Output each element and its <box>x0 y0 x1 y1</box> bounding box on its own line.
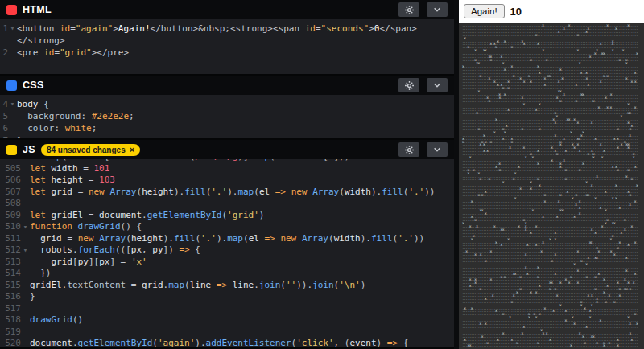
line-number: 516 <box>0 291 21 303</box>
line-number: 513 <box>0 257 21 269</box>
line-number: 505 <box>0 163 21 175</box>
css-panel-title: CSS <box>23 80 44 91</box>
code-text <box>30 303 454 315</box>
line-number: 508 <box>0 198 21 210</box>
line-number: 518 <box>0 314 21 326</box>
fold-gutter <box>8 110 17 122</box>
code-line[interactable]: 514 }) <box>0 268 454 280</box>
fold-arrow-icon[interactable]: ▾ <box>21 244 30 257</box>
preview-toolbar: Again! 10 <box>459 0 644 23</box>
line-number <box>0 35 8 47</box>
html-panel-title: HTML <box>23 4 52 15</box>
code-line[interactable]: 5 background: #2e2e2e; <box>0 110 454 122</box>
line-number: 2 <box>0 47 8 59</box>
js-settings-button[interactable] <box>398 142 419 157</box>
fold-arrow-icon[interactable]: ▾ <box>21 221 30 233</box>
fold-gutter <box>21 198 30 210</box>
unsaved-changes-badge[interactable]: 84 unsaved changes × <box>41 144 140 156</box>
close-icon[interactable]: × <box>130 146 134 154</box>
line-number: 509 <box>0 210 21 222</box>
js-collapse-button[interactable] <box>427 142 448 157</box>
js-panel: JS 84 unsaved changes × 504 .map(bot => … <box>0 140 454 349</box>
html-settings-button[interactable] <box>398 2 419 17</box>
code-line[interactable]: 508 <box>0 198 454 210</box>
code-text: grid = new Array(height).fill('.').map(e… <box>30 233 454 245</box>
code-text: grid[py][px] = 'x' <box>30 257 454 269</box>
code-text: } <box>30 291 454 303</box>
js-panel-header: JS 84 unsaved changes × <box>0 140 454 159</box>
line-number: 1 <box>0 23 8 35</box>
html-panel: HTML 1▾<button id="again">Again!</button… <box>0 0 454 76</box>
line-number: 512 <box>0 244 21 257</box>
line-number: 511 <box>0 233 21 245</box>
code-text: </strong> <box>17 35 454 47</box>
code-line[interactable]: 507let grid = new Array(height).fill('.'… <box>0 187 454 199</box>
again-button[interactable]: Again! <box>464 4 505 18</box>
fold-gutter <box>21 268 30 280</box>
code-line[interactable]: 509let gridEl = document.getElementById(… <box>0 210 454 222</box>
preview-grid: ........................................… <box>462 24 641 347</box>
html-icon <box>6 5 17 15</box>
fold-arrow-icon[interactable]: ▾ <box>8 98 17 110</box>
code-text: function drawGrid() { <box>30 221 454 233</box>
code-js[interactable]: 504 .map(bot => [...bot.matchAll(/-?\d+/… <box>0 159 454 347</box>
html-collapse-button[interactable] <box>427 2 448 17</box>
code-line[interactable]: 4▾body { <box>0 98 454 110</box>
codepen-editor: HTML 1▾<button id="again">Again!</button… <box>0 0 644 349</box>
fold-gutter <box>21 280 30 292</box>
code-line[interactable]: 520document.getElementById('again').addE… <box>0 338 454 347</box>
code-text <box>30 326 454 339</box>
code-line[interactable]: 511 grid = new Array(height).fill('.').m… <box>0 233 454 245</box>
code-text: gridEl.textContent = grid.map(line => li… <box>30 280 454 292</box>
js-icon <box>6 145 17 155</box>
code-line[interactable]: 6 color: white; <box>0 122 454 134</box>
code-html[interactable]: 1▾<button id="again">Again!</button>&nbs… <box>0 19 454 74</box>
css-collapse-button[interactable] <box>427 78 448 92</box>
code-line[interactable]: 512▾ robots.forEach(([px, py]) => { <box>0 244 454 257</box>
code-text <box>30 198 454 210</box>
line-number: 520 <box>0 338 21 347</box>
css-settings-button[interactable] <box>398 78 419 92</box>
chevron-down-icon <box>433 6 441 14</box>
seconds-counter: 10 <box>510 6 522 18</box>
fold-gutter <box>8 47 17 59</box>
code-css[interactable]: 4▾body {5 background: #2e2e2e;6 color: w… <box>0 95 454 138</box>
fold-gutter <box>21 163 30 175</box>
fold-gutter <box>21 187 30 199</box>
fold-arrow-icon[interactable]: ▾ <box>8 23 17 35</box>
code-text: } <box>17 134 454 138</box>
code-line[interactable]: 513 grid[py][px] = 'x' <box>0 257 454 269</box>
code-line[interactable]: 1▾<button id="again">Again!</button>&nbs… <box>0 23 454 35</box>
code-line[interactable]: 515gridEl.textContent = grid.map(line =>… <box>0 280 454 292</box>
code-text: let gridEl = document.getElementById('gr… <box>30 210 454 222</box>
fold-gutter <box>21 174 30 187</box>
preview-grid-area: ........................................… <box>459 23 644 349</box>
line-number: 7 <box>0 134 8 138</box>
code-line[interactable]: 2<pre id="grid"></pre> <box>0 47 454 59</box>
code-line[interactable]: 510▾function drawGrid() { <box>0 221 454 233</box>
code-text: <pre id="grid"></pre> <box>17 47 454 59</box>
fold-gutter <box>8 134 17 138</box>
preview-pane: Again! 10 ..............................… <box>459 0 644 349</box>
code-line[interactable]: </strong> <box>0 35 454 47</box>
code-line[interactable]: 518drawGrid() <box>0 314 454 326</box>
fold-gutter <box>21 291 30 303</box>
code-text: background: #2e2e2e; <box>17 110 454 122</box>
code-text: robots.forEach(([px, py]) => { <box>30 244 454 257</box>
code-line[interactable]: 7} <box>0 134 454 138</box>
code-line[interactable]: 505let width = 101 <box>0 163 454 175</box>
line-number: 519 <box>0 326 21 339</box>
code-line[interactable]: 519 <box>0 326 454 339</box>
code-text: color: white; <box>17 122 454 134</box>
code-line[interactable]: 516} <box>0 291 454 303</box>
line-number: 506 <box>0 174 21 187</box>
fold-gutter <box>8 35 17 47</box>
fold-gutter <box>8 122 17 134</box>
line-number: 510 <box>0 221 21 233</box>
gear-icon <box>405 146 414 154</box>
editors-column: HTML 1▾<button id="again">Again!</button… <box>0 0 454 349</box>
code-text: let width = 101 <box>30 163 454 175</box>
code-text: drawGrid() <box>30 314 454 326</box>
code-line[interactable]: 517 <box>0 303 454 315</box>
code-line[interactable]: 506let height = 103 <box>0 174 454 187</box>
